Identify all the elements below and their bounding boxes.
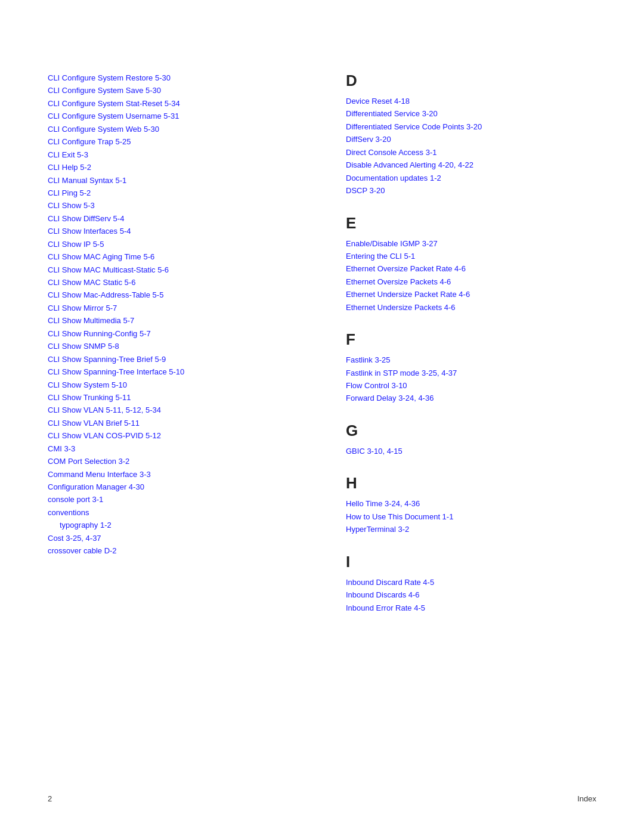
- index-entry: Ethernet Undersize Packets 4-6: [346, 301, 596, 314]
- index-entry: Configuration Manager 4-30: [48, 481, 310, 493]
- index-entry: CLI Configure System Save 5-30: [48, 84, 310, 97]
- index-entry: Differentiated Service Code Points 3-20: [346, 120, 596, 133]
- index-entry: Fastlink 3-25: [346, 354, 596, 366]
- index-entry: conventions: [48, 506, 310, 519]
- index-entry: CLI Show SNMP 5-8: [48, 340, 310, 352]
- index-entry: CLI Exit 5-3: [48, 148, 310, 161]
- index-entry: console port 3-1: [48, 493, 310, 506]
- index-entry: CLI Show Running-Config 5-7: [48, 327, 310, 340]
- index-entry: CLI Show Mac-Address-Table 5-5: [48, 289, 310, 301]
- index-entry: CLI Show VLAN 5-11, 5-12, 5-34: [48, 404, 310, 416]
- index-entry: Forward Delay 3-24, 4-36: [346, 392, 596, 404]
- section-header-h: H: [346, 474, 596, 493]
- index-entry: CLI Show Trunking 5-11: [48, 391, 310, 404]
- index-entry: CLI Configure System Restore 5-30: [48, 72, 310, 84]
- index-entry: crossover cable D-2: [48, 544, 310, 557]
- index-entry: Cost 3-25, 4-37: [48, 532, 310, 544]
- index-entry: DSCP 3-20: [346, 184, 596, 197]
- index-entry: Enable/Disable IGMP 3-27: [346, 237, 596, 250]
- index-entry: CLI Show VLAN COS-PVID 5-12: [48, 429, 310, 442]
- index-sub-entry: typography 1-2: [48, 519, 310, 531]
- index-entry: CLI Ping 5-2: [48, 187, 310, 199]
- index-entry: Inbound Error Rate 4-5: [346, 602, 596, 614]
- index-entry: CLI Show Spanning-Tree Interface 5-10: [48, 366, 310, 378]
- index-entry: DiffServ 3-20: [346, 133, 596, 145]
- index-entry: CLI Configure System Web 5-30: [48, 123, 310, 135]
- section-header-d: D: [346, 72, 596, 90]
- index-entry: CLI Manual Syntax 5-1: [48, 174, 310, 187]
- index-entry: Fastlink in STP mode 3-25, 4-37: [346, 367, 596, 379]
- index-entry: CLI Show Spanning-Tree Brief 5-9: [48, 353, 310, 366]
- index-entry: Device Reset 4-18: [346, 95, 596, 107]
- index-entry: Disable Advanced Alerting 4-20, 4-22: [346, 159, 596, 171]
- index-entry: Entering the CLI 5-1: [346, 250, 596, 262]
- section-header-g: G: [346, 422, 596, 440]
- index-entry: Command Menu Interface 3-3: [48, 468, 310, 481]
- index-entry: Ethernet Undersize Packet Rate 4-6: [346, 288, 596, 301]
- index-entry: CLI Show Multimedia 5-7: [48, 314, 310, 327]
- index-entry: CLI Show MAC Multicast-Static 5-6: [48, 264, 310, 276]
- index-entry: COM Port Selection 3-2: [48, 455, 310, 467]
- index-entry: Ethernet Oversize Packets 4-6: [346, 275, 596, 288]
- left-column: CLI Configure System Restore 5-30CLI Con…: [48, 72, 334, 785]
- index-entry: Inbound Discards 4-6: [346, 589, 596, 601]
- index-entry: CLI Show Interfaces 5-4: [48, 225, 310, 237]
- index-entry: CLI Show Mirror 5-7: [48, 302, 310, 314]
- index-entry: Direct Console Access 3-1: [346, 146, 596, 159]
- footer-page-number: 2: [48, 794, 52, 803]
- footer-label: Index: [577, 794, 596, 803]
- index-entry: CLI Show System 5-10: [48, 379, 310, 391]
- index-entry: CLI Show MAC Aging Time 5-6: [48, 250, 310, 263]
- index-entry: CLI Show IP 5-5: [48, 238, 310, 250]
- index-entry: Differentiated Service 3-20: [346, 107, 596, 120]
- footer: 2 Index: [48, 794, 596, 803]
- index-entry: GBIC 3-10, 4-15: [346, 445, 596, 457]
- index-entry: Inbound Discard Rate 4-5: [346, 576, 596, 589]
- section-header-i: I: [346, 553, 596, 571]
- index-entry: CLI Show 5-3: [48, 199, 310, 212]
- index-entry: CLI Help 5-2: [48, 161, 310, 174]
- index-entry: CLI Show DiffServ 5-4: [48, 212, 310, 225]
- index-entry: CLI Show VLAN Brief 5-11: [48, 417, 310, 429]
- index-entry: HyperTerminal 3-2: [346, 523, 596, 535]
- section-header-e: E: [346, 214, 596, 233]
- section-header-f: F: [346, 330, 596, 349]
- index-entry: CMI 3-3: [48, 442, 310, 455]
- index-entry: CLI Configure System Username 5-31: [48, 110, 310, 122]
- index-entry: Ethernet Oversize Packet Rate 4-6: [346, 262, 596, 275]
- index-entry: Documentation updates 1-2: [346, 172, 596, 184]
- index-entry: Flow Control 3-10: [346, 379, 596, 392]
- right-column: DDevice Reset 4-18Differentiated Service…: [334, 72, 596, 785]
- index-entry: Hello Time 3-24, 4-36: [346, 497, 596, 510]
- index-entry: How to Use This Document 1-1: [346, 510, 596, 523]
- index-entry: CLI Show MAC Static 5-6: [48, 276, 310, 289]
- index-entry: CLI Configure Trap 5-25: [48, 135, 310, 148]
- index-entry: CLI Configure System Stat-Reset 5-34: [48, 97, 310, 110]
